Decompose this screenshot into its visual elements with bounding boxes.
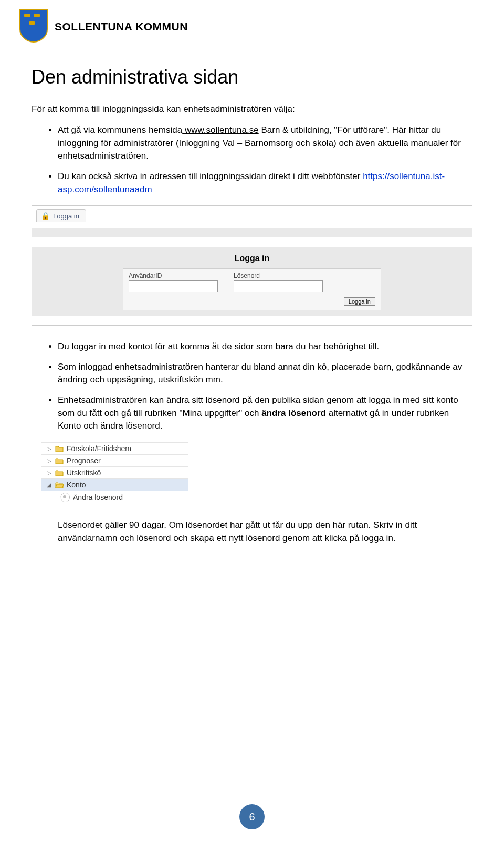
gear-icon [60, 493, 70, 502]
homepage-link[interactable]: www.sollentuna.se [182, 125, 259, 135]
bullet-text: Du kan också skriva in adressen till inl… [58, 171, 363, 181]
folder-open-icon [55, 481, 64, 488]
userid-label: AnvändarID [129, 272, 218, 279]
chevron-right-icon: ▷ [46, 457, 52, 464]
bullet-item: Som inloggad enhetsadministratören hante… [58, 361, 472, 387]
chevron-down-icon: ◢ [46, 482, 52, 488]
folder-icon [55, 457, 64, 464]
folder-icon [55, 445, 64, 452]
userid-input[interactable] [129, 280, 218, 292]
tree-item-prognoser[interactable]: ▷ Prognoser [41, 454, 188, 466]
tree-item-konto[interactable]: ◢ Konto [41, 478, 188, 491]
login-box: AnvändarID Lösenord Logga in [123, 268, 381, 310]
login-title: Logga in [32, 254, 472, 263]
login-form-area: Logga in AnvändarID Lösenord Logga in [32, 247, 472, 316]
crest-icon [19, 8, 48, 45]
password-label: Lösenord [234, 272, 323, 279]
lock-icon: 🔒 [41, 212, 50, 220]
bullet-item: Du loggar in med kontot för att komma åt… [58, 340, 472, 353]
folder-icon [55, 469, 64, 476]
bullet-item: Att gå via kommunens hemsida www.sollent… [58, 124, 472, 163]
lead-text: För att komma till inloggningssida kan e… [32, 104, 472, 115]
tree-label: Prognoser [67, 456, 101, 465]
chevron-right-icon: ▷ [46, 445, 52, 452]
tree-label: Ändra lösenord [73, 493, 123, 502]
tree-item-forskola[interactable]: ▷ Förskola/Fritidshem [41, 442, 188, 454]
top-bullet-list: Att gå via kommunens hemsida www.sollent… [32, 124, 472, 196]
bullet-bold: ändra lösenord [261, 408, 326, 418]
tab-login[interactable]: 🔒 Logga in [36, 209, 86, 222]
brand-header: SOLLENTUNA KOMMUN [19, 0, 472, 66]
tab-label: Logga in [53, 212, 79, 220]
login-button[interactable]: Logga in [344, 297, 375, 306]
mid-bullet-list: Du loggar in med kontot för att komma åt… [32, 340, 472, 433]
svg-rect-1 [34, 14, 40, 17]
bullet-item: Du kan också skriva in adressen till inl… [58, 170, 472, 196]
bullet-text: Att gå via kommunens hemsida [58, 125, 182, 135]
tree-item-andra-losenord[interactable]: Ändra lösenord [41, 491, 188, 504]
tree-item-utskriftsko[interactable]: ▷ Utskriftskö [41, 466, 188, 478]
password-input[interactable] [234, 280, 323, 292]
page-title: Den administrativa sidan [32, 66, 472, 88]
brand-name: SOLLENTUNA KOMMUN [55, 20, 188, 33]
svg-rect-2 [29, 21, 35, 25]
password-info-text: Lösenordet gäller 90 dagar. Om lösenorde… [58, 519, 467, 545]
page-number: 6 [249, 811, 255, 823]
toolbar-stripe [32, 228, 472, 237]
svg-rect-0 [24, 14, 30, 17]
tree-label: Förskola/Fritidshem [67, 444, 131, 453]
login-screenshot: 🔒 Logga in Logga in AnvändarID Lösenord [32, 205, 472, 326]
tree-label: Konto [67, 481, 86, 489]
chevron-right-icon: ▷ [46, 470, 52, 476]
tab-row: 🔒 Logga in [32, 206, 472, 228]
page-number-badge: 6 [239, 804, 265, 829]
tree-label: Utskriftskö [67, 469, 101, 477]
bullet-item: Enhetsadministratören kan ändra sitt lös… [58, 394, 472, 433]
nav-tree-screenshot: ▷ Förskola/Fritidshem ▷ Prognoser ▷ Utsk… [41, 442, 188, 504]
